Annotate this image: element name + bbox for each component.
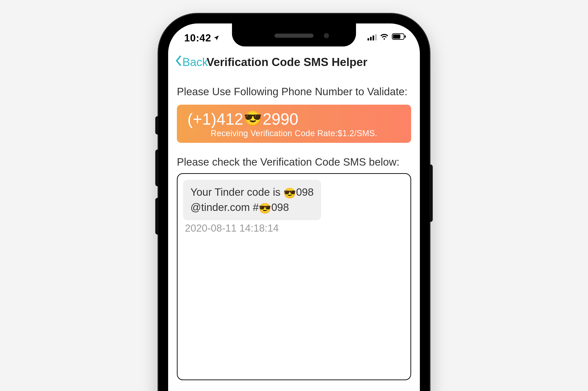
phone-screen: 10:42 — [168, 23, 420, 391]
volume-up-button — [155, 150, 158, 186]
sms-text: 098 — [271, 201, 289, 213]
notch — [232, 23, 356, 46]
front-camera — [324, 33, 329, 38]
status-time: 10:42 — [184, 32, 220, 44]
svg-rect-2 — [393, 34, 400, 39]
phone-number-card[interactable]: (+1)412 😎 2990 Receiving Verification Co… — [177, 105, 411, 143]
svg-rect-1 — [405, 35, 406, 38]
speaker-grill — [274, 34, 314, 38]
sms-panel[interactable]: Your Tinder code is 😎098 @tinder.com #😎0… — [177, 173, 411, 380]
sunglasses-emoji-icon: 😎 — [244, 111, 262, 126]
nav-bar: Back Verification Code SMS Helper — [168, 49, 420, 72]
sms-line-1: Your Tinder code is 😎098 — [191, 185, 314, 200]
main-content: Please Use Following Phone Number to Val… — [168, 72, 420, 380]
sms-timestamp: 2020-08-11 14:18:14 — [183, 222, 405, 234]
phone-frame: 10:42 — [158, 14, 430, 391]
status-right — [368, 33, 406, 41]
back-button[interactable]: Back — [175, 55, 208, 69]
wifi-icon — [380, 33, 389, 41]
sunglasses-emoji-icon: 😎 — [283, 188, 296, 199]
sms-text: @tinder.com # — [191, 201, 259, 213]
volume-down-button — [155, 198, 158, 235]
sunglasses-emoji-icon: 😎 — [259, 203, 271, 214]
phone-number: (+1)412 😎 2990 — [188, 111, 400, 127]
page-title: Verification Code SMS Helper — [206, 55, 367, 69]
instruction-sms: Please check the Verification Code SMS b… — [177, 155, 411, 169]
power-button — [430, 164, 433, 222]
sms-line-2: @tinder.com #😎098 — [191, 200, 314, 215]
back-label: Back — [182, 55, 208, 69]
sms-text: 098 — [296, 186, 314, 198]
battery-icon — [392, 33, 406, 41]
location-icon — [213, 35, 220, 41]
sms-message-bubble: Your Tinder code is 😎098 @tinder.com #😎0… — [183, 180, 321, 220]
phone-number-suffix: 2990 — [262, 111, 298, 127]
instruction-phone: Please Use Following Phone Number to Val… — [177, 85, 411, 99]
chevron-left-icon — [175, 55, 182, 69]
status-time-text: 10:42 — [184, 32, 211, 44]
phone-rate-text: Receiving Verification Code Rate:$1.2/SM… — [188, 129, 400, 138]
mute-switch — [155, 116, 158, 135]
sms-text: Your Tinder code is — [191, 186, 283, 198]
phone-number-prefix: (+1)412 — [188, 111, 243, 127]
cellular-signal-icon — [368, 34, 377, 40]
